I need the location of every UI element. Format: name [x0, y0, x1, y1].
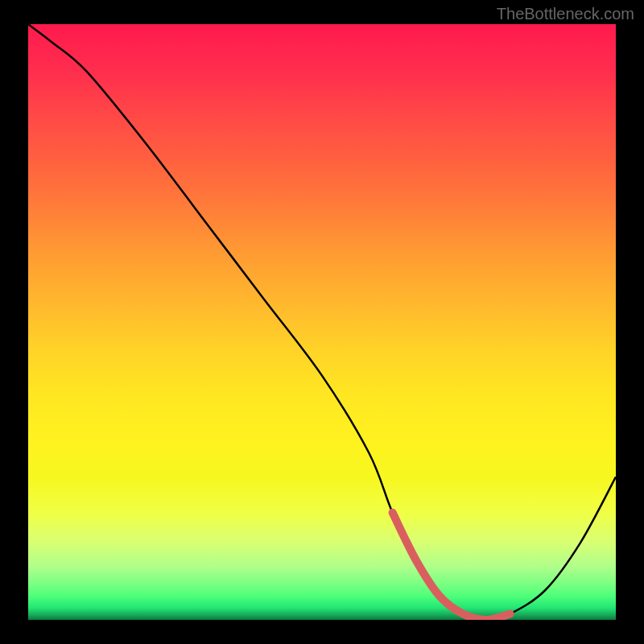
- plot-area: [28, 24, 616, 620]
- bottleneck-curve-line: [28, 24, 616, 620]
- highlight-segment: [393, 513, 510, 620]
- curve-svg: [28, 24, 616, 620]
- watermark-text: TheBottleneck.com: [497, 5, 634, 23]
- chart-container: TheBottleneck.com: [0, 0, 644, 644]
